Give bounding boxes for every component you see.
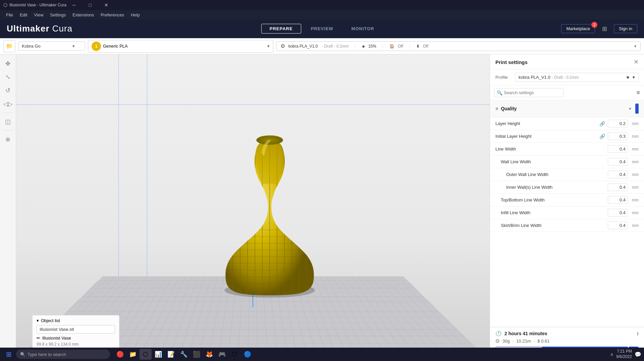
taskbar-cura-icon[interactable]: ⬡ bbox=[140, 349, 152, 360]
search-icon: 🔍 bbox=[497, 90, 502, 96]
layer-height-unit: mm bbox=[629, 121, 639, 126]
logo-light: Cura bbox=[50, 23, 73, 34]
support-blocker-tool[interactable]: ⊕ bbox=[2, 133, 14, 145]
wall-line-width-input[interactable] bbox=[608, 158, 628, 166]
open-folder-button[interactable]: 📁 bbox=[3, 40, 15, 52]
quality-collapse-icon[interactable]: ▾ bbox=[629, 106, 631, 111]
profile-dropdown-arrow[interactable]: ▾ bbox=[633, 75, 635, 80]
header-right: Marketplace 2 ⊞ Sign in bbox=[561, 23, 637, 34]
mirror-tool[interactable]: ◁▷ bbox=[2, 98, 14, 110]
inner-wall-line-width-input[interactable] bbox=[608, 183, 628, 191]
settings-menu-icon[interactable]: ≡ bbox=[636, 89, 640, 96]
titlebar: ⬡ Illusionist Vase - Ultimaker Cura ─ □ … bbox=[0, 0, 644, 10]
logo-bold: Ultimaker bbox=[7, 23, 50, 34]
search-settings-input[interactable] bbox=[494, 88, 564, 97]
skirt-line-width-input[interactable] bbox=[608, 222, 628, 229]
object-filename-input[interactable] bbox=[37, 325, 115, 334]
profile-suffix: - Draft - 0.2mm bbox=[322, 44, 349, 49]
infill-line-width-input[interactable] bbox=[608, 209, 628, 217]
taskbar-date-display: 9/6/2022 bbox=[616, 354, 632, 360]
time-estimate: 2 hours 41 minutes bbox=[504, 331, 634, 336]
marketplace-button[interactable]: Marketplace 2 bbox=[561, 24, 595, 33]
tab-preview[interactable]: PREVIEW bbox=[303, 24, 342, 34]
settings-search-bar: 🔍 ≡ bbox=[490, 85, 644, 100]
vase-svg bbox=[186, 129, 354, 304]
outer-wall-line-width-input[interactable] bbox=[608, 171, 628, 178]
wall-line-width-unit: mm bbox=[629, 160, 639, 164]
setting-initial-layer-height: Initial Layer Height 🔗 mm bbox=[490, 130, 644, 143]
profile-dropdown-arrow: ▾ bbox=[634, 44, 636, 49]
taskbar-word-icon[interactable]: 📝 bbox=[165, 349, 177, 360]
taskbar-right: ∧ 7:21 PM 9/6/2022 💬 bbox=[610, 349, 641, 359]
close-button[interactable]: ✕ bbox=[99, 0, 114, 10]
minimize-button[interactable]: ─ bbox=[66, 0, 82, 10]
taskbar-excel-icon[interactable]: 📊 bbox=[152, 349, 164, 360]
layer-height-input[interactable] bbox=[608, 120, 628, 127]
start-button[interactable]: ⊞ bbox=[3, 349, 15, 360]
line-width-label: Line Width bbox=[495, 146, 599, 152]
tab-monitor[interactable]: MONITOR bbox=[343, 24, 383, 34]
menu-help[interactable]: Help bbox=[127, 11, 143, 19]
object-name: Illusionist Vase bbox=[42, 336, 71, 341]
setting-line-width: Line Width 🔗 mm bbox=[490, 143, 644, 156]
taskbar-time-display: 7:21 PM bbox=[616, 349, 632, 354]
maximize-button[interactable]: □ bbox=[83, 0, 98, 10]
viewport[interactable]: ▾ Object list ✏ Illusionist Vase 99.8 x … bbox=[16, 54, 490, 361]
profile-settings[interactable]: ⚙ kobra PLA_V1.0 - Draft - 0.2mm | ◈ 15%… bbox=[276, 41, 641, 51]
taskbar-pinned-icons: 🔴 📁 ⬡ 📊 📝 🔧 ⬛ 🦊 🎮 🛡 🔵 bbox=[114, 349, 254, 360]
menu-edit[interactable]: Edit bbox=[16, 11, 31, 19]
material-select[interactable]: 1 Generic PLA ▾ bbox=[88, 40, 273, 53]
search-placeholder: Type here to search bbox=[28, 352, 66, 357]
taskbar-chrome-icon[interactable]: 🔴 bbox=[114, 349, 126, 360]
clock-icon: 🕐 bbox=[495, 330, 502, 337]
initial-layer-height-input[interactable] bbox=[608, 132, 628, 140]
taskbar-clock: 7:21 PM 9/6/2022 bbox=[616, 349, 632, 359]
menu-file[interactable]: File bbox=[3, 11, 16, 19]
tab-prepare[interactable]: PREPARE bbox=[261, 24, 301, 34]
object-list-header[interactable]: ▾ Object list bbox=[37, 318, 115, 323]
quality-section-header[interactable]: ≡ Quality ▾ bbox=[490, 100, 644, 117]
taskbar-game-icon[interactable]: 🎮 bbox=[216, 349, 228, 360]
profile-value-select[interactable]: kobra PLA_V1.0 - Draft - 0.2mm ★ ▾ bbox=[515, 73, 639, 82]
weight-val: 30g bbox=[502, 339, 510, 344]
scale-tool[interactable]: ⤡ bbox=[2, 71, 14, 83]
menu-settings[interactable]: Settings bbox=[47, 11, 69, 19]
tray-chevron-icon[interactable]: ∧ bbox=[610, 352, 613, 357]
infill-line-width-label: Infill Line Width bbox=[495, 210, 599, 215]
taskbar-explorer-icon[interactable]: 📁 bbox=[127, 349, 139, 360]
setting-infill-line-width: Infill Line Width 🔗 mm bbox=[490, 206, 644, 219]
quality-section-icon: ≡ bbox=[495, 106, 498, 111]
initial-layer-link-icon[interactable]: 🔗 bbox=[599, 134, 605, 139]
support-icon: 🏠 bbox=[389, 44, 394, 49]
menu-view[interactable]: View bbox=[31, 11, 47, 19]
line-width-input[interactable] bbox=[608, 145, 628, 153]
apps-grid-icon[interactable]: ⊞ bbox=[599, 23, 610, 34]
menu-extensions[interactable]: Extensions bbox=[69, 11, 97, 19]
taskbar-syncthing-icon[interactable]: 🔧 bbox=[178, 349, 190, 360]
surface-tool[interactable]: ◫ bbox=[2, 116, 14, 128]
taskbar-terminal-icon[interactable]: ⬛ bbox=[191, 349, 203, 360]
taskbar-firefox-icon[interactable]: 🦊 bbox=[203, 349, 215, 360]
print-settings-close-button[interactable]: ✕ bbox=[634, 59, 639, 65]
nav-tabs: PREPARE PREVIEW MONITOR bbox=[83, 24, 561, 34]
taskbar-blue-icon[interactable]: 🔵 bbox=[241, 349, 254, 360]
cost-val: $ 0.61 bbox=[537, 339, 549, 344]
material-badge: 1 bbox=[92, 42, 101, 51]
taskbar-shield-icon[interactable]: 🛡 bbox=[229, 349, 241, 360]
menu-preferences[interactable]: Preferences bbox=[97, 11, 127, 19]
taskbar-search[interactable]: 🔍 Type here to search bbox=[16, 350, 110, 359]
outer-wall-line-width-label: Outer Wall Line Width bbox=[495, 172, 599, 177]
toolbar-separator-2 bbox=[3, 130, 13, 131]
notification-icon[interactable]: 💬 bbox=[635, 351, 641, 358]
infill-pct: 15% bbox=[368, 44, 376, 49]
setting-inner-wall-line-width: Inner Wall(s) Line Width 🔗 mm bbox=[490, 181, 644, 194]
move-tool[interactable]: ✥ bbox=[2, 58, 14, 70]
profile-star-icon[interactable]: ★ bbox=[626, 75, 630, 80]
printer-select[interactable]: Kobra Go ▾ bbox=[18, 42, 85, 51]
signin-button[interactable]: Sign in bbox=[614, 24, 637, 33]
rotate-tool[interactable]: ↺ bbox=[2, 84, 14, 97]
info-icon[interactable]: ℹ bbox=[637, 331, 639, 336]
setting-topbottom-line-width: Top/Bottom Line Width 🔗 mm bbox=[490, 194, 644, 206]
layer-height-link-icon[interactable]: 🔗 bbox=[599, 121, 605, 126]
topbottom-line-width-input[interactable] bbox=[608, 196, 628, 204]
